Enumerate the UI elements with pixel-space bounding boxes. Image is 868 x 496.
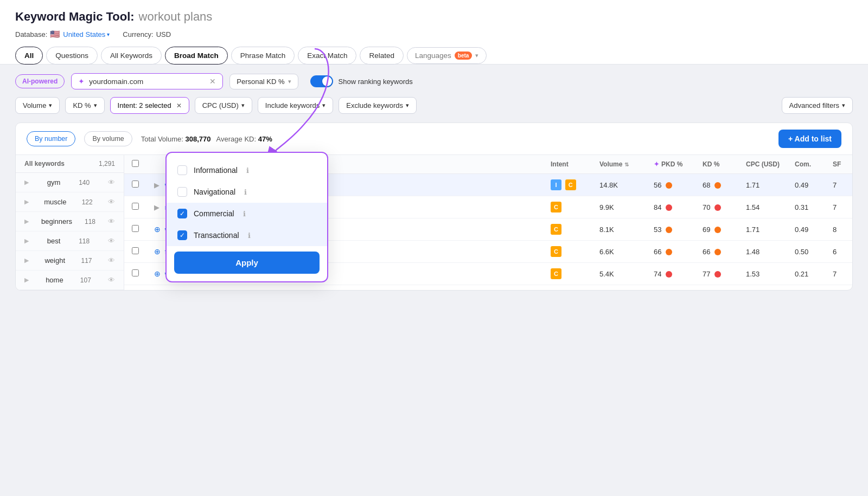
pkd-dot (666, 249, 672, 255)
total-volume-info: Total Volume: 308,770 Average KD: 47% (141, 135, 272, 143)
sidebar-item-beginners[interactable]: ▶ beginners 118 👁 (16, 212, 124, 231)
kd-filter[interactable]: KD % ▾ (65, 97, 104, 114)
add-to-list-button[interactable]: + Add to list (778, 130, 841, 148)
add-icon[interactable]: ⊕ (154, 225, 161, 234)
tab-exact-match[interactable]: Exact Match (298, 47, 356, 65)
info-icon: ℹ (243, 210, 246, 218)
eye-icon[interactable]: 👁 (108, 217, 115, 226)
dropdown-item-navigational[interactable]: Navigational ℹ (167, 181, 327, 203)
sf-cell: 8 (825, 218, 852, 241)
expand-row-icon[interactable]: ▶ (154, 203, 159, 211)
exclude-keywords-filter[interactable]: Exclude keywords ▾ (339, 97, 417, 114)
kd-cell: 68 (695, 174, 738, 196)
pkd-dot (666, 271, 672, 278)
informational-checkbox[interactable] (177, 165, 187, 175)
tab-questions[interactable]: Questions (46, 47, 98, 65)
kd-cell: 69 (695, 218, 738, 241)
sf-cell: 7 (825, 196, 852, 218)
add-icon[interactable]: ⊕ (154, 247, 161, 256)
transactional-checkbox[interactable]: ✓ (177, 230, 187, 240)
cpc-column-header: CPC (USD) (738, 155, 787, 174)
personal-kd-dropdown[interactable]: Personal KD % ▾ (229, 74, 298, 89)
select-all-checkbox[interactable] (132, 160, 139, 167)
pkd-cell: 84 (646, 196, 695, 218)
navigational-checkbox[interactable] (177, 187, 187, 197)
pkd-cell: 66 (646, 241, 695, 263)
include-keywords-filter[interactable]: Include keywords ▾ (258, 97, 333, 114)
close-icon[interactable]: ✕ (176, 102, 182, 109)
info-icon: ℹ (248, 231, 251, 240)
cpc-filter[interactable]: CPC (USD) ▾ (195, 97, 252, 114)
expand-icon: ▶ (24, 179, 29, 186)
row-checkbox[interactable] (132, 247, 139, 254)
apply-button[interactable]: Apply (174, 252, 320, 274)
country-selector[interactable]: United States ▾ (63, 30, 110, 38)
row-checkbox[interactable] (132, 269, 139, 276)
show-ranking-toggle[interactable] (310, 75, 333, 87)
tab-phrase-match[interactable]: Phrase Match (231, 47, 295, 65)
dropdown-item-informational[interactable]: Informational ℹ (167, 159, 327, 181)
sidebar-item-muscle[interactable]: ▶ muscle 122 👁 (16, 192, 124, 212)
volume-cell: 8.1K (592, 218, 646, 241)
cpc-cell: 1.54 (738, 196, 787, 218)
volume-cell: 14.8K (592, 174, 646, 196)
expand-icon: ▶ (24, 276, 29, 284)
expand-icon: ▶ (24, 198, 29, 205)
page-title-main: Keyword Magic Tool: (15, 10, 135, 24)
chevron-down-icon: ▾ (406, 102, 409, 109)
expand-row-icon[interactable]: ▶ (154, 181, 159, 189)
keyword-count: 1,291 (99, 160, 115, 168)
dropdown-item-commercial[interactable]: ✓ Commercial ℹ (167, 203, 327, 224)
eye-icon[interactable]: 👁 (108, 178, 115, 186)
chevron-down-icon: ▾ (94, 102, 97, 109)
volume-column-header[interactable]: Volume ⇅ (592, 155, 646, 174)
eye-icon[interactable]: 👁 (108, 237, 115, 245)
sidebar-item-best[interactable]: ▶ best 118 👁 (16, 231, 124, 251)
add-icon[interactable]: ⊕ (154, 269, 161, 278)
domain-input[interactable] (89, 78, 205, 86)
intent-column-header: Intent (543, 155, 592, 174)
tab-broad-match[interactable]: Broad Match (165, 47, 228, 65)
eye-icon[interactable]: 👁 (108, 256, 115, 265)
row-checkbox[interactable] (132, 181, 139, 188)
intent-badge-i: I (551, 179, 561, 190)
tab-all[interactable]: All (15, 47, 43, 65)
com-cell: 0.49 (787, 174, 825, 196)
pkd-column-header: ✦ PKD % (646, 155, 695, 174)
sidebar-item-home[interactable]: ▶ home 107 👁 (16, 270, 124, 290)
row-checkbox[interactable] (132, 225, 139, 232)
volume-filter[interactable]: Volume ▾ (15, 97, 60, 114)
info-icon: ℹ (244, 188, 247, 196)
intent-filter[interactable]: Intent: 2 selected ✕ (110, 97, 189, 114)
by-volume-btn[interactable]: By volume (84, 131, 132, 146)
cpc-cell: 1.71 (738, 174, 787, 196)
tab-related[interactable]: Related (360, 47, 404, 65)
dropdown-item-transactional[interactable]: ✓ Transactional ℹ (167, 224, 327, 246)
sidebar-item-weight[interactable]: ▶ weight 117 👁 (16, 251, 124, 270)
currency-label: Currency: (123, 30, 153, 38)
sparkle-icon: ✦ (654, 160, 659, 168)
intent-badge-c: C (551, 224, 561, 235)
sf-cell: 7 (825, 263, 852, 285)
by-number-btn[interactable]: By number (27, 131, 75, 146)
sidebar-item-gym[interactable]: ▶ gym 140 👁 (16, 173, 124, 192)
expand-icon: ▶ (24, 257, 29, 264)
tab-languages[interactable]: Languages beta ▾ (407, 47, 487, 64)
toggle-knob (322, 76, 332, 86)
flag-icon: 🇺🇸 (50, 29, 60, 39)
com-column-header: Com. (787, 155, 825, 174)
eye-icon[interactable]: 👁 (108, 198, 115, 206)
advanced-filters[interactable]: Advanced filters ▾ (782, 97, 853, 114)
chevron-down-icon: ▾ (49, 102, 52, 109)
com-cell: 0.50 (787, 241, 825, 263)
commercial-checkbox[interactable]: ✓ (177, 209, 187, 218)
tab-all-keywords[interactable]: All Keywords (101, 47, 162, 65)
clear-icon[interactable]: ✕ (209, 77, 216, 86)
kd-cell: 66 (695, 241, 738, 263)
row-checkbox[interactable] (132, 203, 139, 210)
pkd-dot (666, 204, 672, 211)
cpc-cell: 1.53 (738, 263, 787, 285)
eye-icon[interactable]: 👁 (108, 276, 115, 284)
pkd-cell: 74 (646, 263, 695, 285)
expand-icon: ▶ (24, 218, 29, 225)
